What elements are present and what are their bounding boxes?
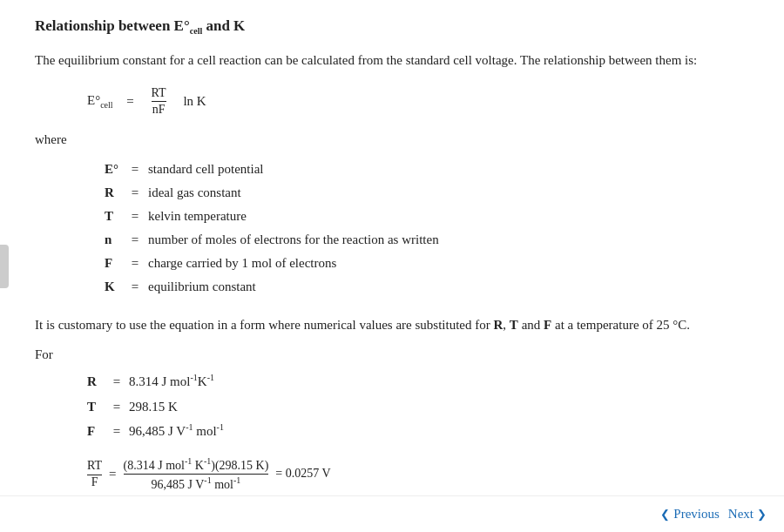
chevron-left-icon: [660, 507, 670, 522]
page-title: Relationship between E°cell and K: [35, 17, 749, 36]
def-meaning-n: number of moles of electrons for the rea…: [148, 228, 749, 252]
previous-button[interactable]: Previous: [660, 507, 720, 522]
def-meaning-t: kelvin temperature: [148, 205, 749, 228]
chevron-right-icon: [757, 507, 767, 522]
rt-fraction-block: RT F = (8.314 J mol-1 K-1)(298.15 K) 96,…: [87, 456, 749, 491]
intro-text: The equilibrium constant for a cell reac…: [35, 50, 749, 71]
next-label: Next: [728, 507, 754, 522]
def-symbol-f: F: [105, 252, 122, 275]
rt-left-den: F: [91, 475, 98, 489]
previous-label: Previous: [673, 507, 720, 522]
main-equation: E°cell = RT nF ln K: [87, 86, 749, 117]
def-symbol-k: K: [105, 275, 122, 299]
def-meaning-e: standard cell potential: [148, 158, 749, 181]
def-row-f: F = charge carried by 1 mol of electrons: [105, 252, 749, 275]
def-symbol-n: n: [105, 228, 122, 252]
def-eq-e: =: [122, 158, 148, 181]
def-row-n: n = number of moles of electrons for the…: [105, 228, 749, 252]
val-value-t: 298.15 K: [129, 394, 749, 420]
val-row-r: R = 8.314 J mol-1K-1: [87, 369, 749, 394]
val-row-t: T = 298.15 K: [87, 394, 749, 420]
def-meaning-k: equilibrium constant: [148, 275, 749, 299]
rt-equals: =: [109, 467, 116, 481]
nav-bar: Previous Next: [0, 495, 784, 532]
main-eq-equals: =: [124, 94, 138, 109]
main-fraction: RT nF: [152, 86, 166, 117]
val-eq-f: =: [105, 419, 129, 444]
val-value-r: 8.314 J mol-1K-1: [129, 369, 749, 394]
def-eq-k: =: [122, 275, 148, 299]
rt-big-frac: (8.314 J mol-1 K-1)(298.15 K) 96,485 J V…: [124, 456, 269, 491]
rt-left-num: RT: [87, 459, 102, 475]
val-symbol-r: R: [87, 369, 105, 394]
val-eq-t: =: [105, 394, 129, 420]
val-row-f: F = 96,485 J V-1 mol-1: [87, 419, 749, 444]
def-eq-f: =: [122, 252, 148, 275]
val-symbol-f: F: [87, 419, 105, 444]
def-row-e: E° = standard cell potential: [105, 158, 749, 181]
for-label: For: [35, 347, 749, 362]
def-meaning-r: ideal gas constant: [148, 181, 749, 205]
values-block: R = 8.314 J mol-1K-1 T = 298.15 K F = 96…: [87, 369, 749, 444]
def-eq-r: =: [122, 181, 148, 205]
fraction-denominator: nF: [152, 102, 166, 117]
val-symbol-t: T: [87, 394, 105, 420]
where-label: where: [35, 132, 749, 147]
definitions-block: E° = standard cell potential R = ideal g…: [105, 158, 749, 299]
customary-text: It is customary to use the equation in a…: [35, 314, 749, 335]
def-symbol-r: R: [105, 181, 122, 205]
def-eq-t: =: [122, 205, 148, 228]
rt-result: = 0.0257 V: [275, 467, 330, 481]
ln-k: ln K: [180, 94, 206, 109]
def-eq-n: =: [122, 228, 148, 252]
def-symbol-e: E°: [105, 158, 122, 181]
def-symbol-t: T: [105, 205, 122, 228]
rt-big-den: 96,485 J V-1 mol-1: [152, 475, 241, 492]
def-row-t: T = kelvin temperature: [105, 205, 749, 228]
def-row-k: K = equilibrium constant: [105, 275, 749, 299]
fraction-numerator: RT: [152, 86, 166, 102]
def-meaning-f: charge carried by 1 mol of electrons: [148, 252, 749, 275]
ecell-label: E°cell: [87, 93, 113, 110]
val-eq-r: =: [105, 369, 129, 394]
next-button[interactable]: Next: [728, 507, 767, 522]
rt-left-fraction: RT F: [87, 459, 102, 489]
val-value-f: 96,485 J V-1 mol-1: [129, 419, 749, 444]
def-row-r: R = ideal gas constant: [105, 181, 749, 205]
sidebar-tab[interactable]: [0, 245, 9, 288]
rt-big-num: (8.314 J mol-1 K-1)(298.15 K): [124, 456, 269, 475]
